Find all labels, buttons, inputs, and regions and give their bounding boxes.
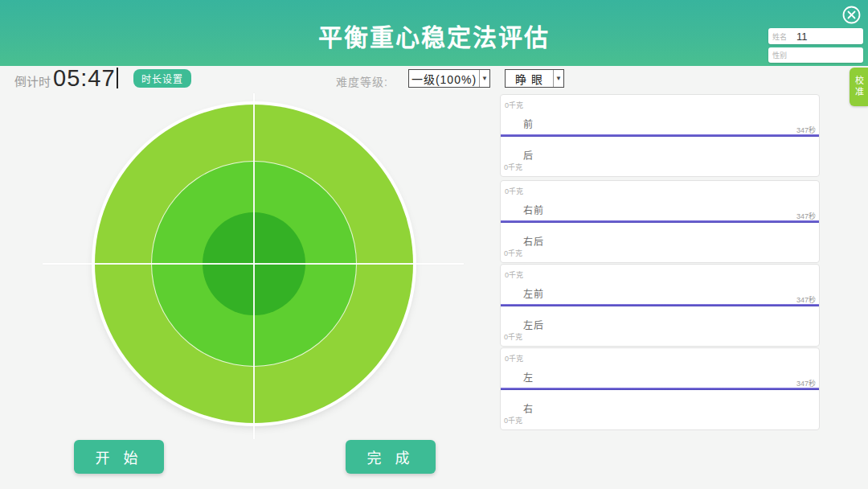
direction-label-bottom: 右后 xyxy=(523,234,544,248)
start-button[interactable]: 开 始 xyxy=(74,440,164,474)
app-window: 平衡重心稳定法评估 姓名 11 性别 倒计时 05:47 时长设置 难度等级: … xyxy=(0,0,868,489)
name-field[interactable]: 姓名 11 xyxy=(768,28,863,44)
eye-mode-selected-value: 睁 眼 xyxy=(506,71,553,87)
direction-label-bottom: 左后 xyxy=(523,318,544,331)
eye-mode-dropdown[interactable]: 睁 眼 ▼ xyxy=(505,69,564,88)
countdown-label: 倒计时 xyxy=(14,72,51,89)
weight-panel-rightfront-rightback: 0千克 右前 347秒 右后 0千克 xyxy=(500,180,820,263)
crosshair-vertical-line xyxy=(253,93,255,439)
weight-baseline xyxy=(501,220,819,223)
chevron-down-icon: ▼ xyxy=(553,70,563,87)
chevron-down-icon: ▼ xyxy=(479,70,489,87)
page-title: 平衡重心稳定法评估 xyxy=(0,18,868,53)
direction-label-top: 左 xyxy=(523,370,534,384)
difficulty-dropdown[interactable]: 一级(100%) ▼ xyxy=(408,69,490,88)
weight-value-bottom: 0千克 xyxy=(504,331,522,342)
direction-label-top: 左前 xyxy=(523,286,544,300)
weight-panel-leftfront-leftback: 0千克 左前 347秒 左后 0千克 xyxy=(500,264,820,347)
name-field-value: 11 xyxy=(796,31,808,43)
close-icon[interactable] xyxy=(841,5,862,25)
weight-value-bottom: 0千克 xyxy=(504,162,522,172)
direction-label-top: 前 xyxy=(523,117,534,130)
direction-label-top: 右前 xyxy=(523,203,544,216)
countdown-time-text: 05:47 xyxy=(53,65,116,91)
weight-panel-front-back: 0千克 前 347秒 后 0千克 xyxy=(500,94,820,177)
weight-value-top: 0千克 xyxy=(505,269,523,280)
name-field-label: 姓名 xyxy=(772,31,787,42)
weight-value-top: 0千克 xyxy=(505,353,523,364)
weight-value-bottom: 0千克 xyxy=(504,415,522,425)
weight-value-bottom: 0千克 xyxy=(504,248,522,258)
finish-button[interactable]: 完 成 xyxy=(346,440,436,474)
calibrate-button[interactable]: 校准 xyxy=(850,68,868,106)
weight-value-top: 0千克 xyxy=(505,100,523,110)
header-bar: 平衡重心稳定法评估 姓名 11 性别 xyxy=(0,0,868,66)
weight-panel-left-right: 0千克 左 347秒 右 0千克 xyxy=(500,347,820,430)
gender-field-label: 性别 xyxy=(772,50,787,60)
duration-setting-button[interactable]: 时长设置 xyxy=(133,69,191,88)
text-caret xyxy=(117,68,118,88)
direction-label-bottom: 后 xyxy=(523,148,534,162)
weight-baseline xyxy=(501,388,819,390)
countdown-time-input[interactable]: 05:47 xyxy=(53,64,118,92)
difficulty-label: 难度等级: xyxy=(336,73,388,89)
weight-baseline xyxy=(501,304,819,306)
difficulty-selected-value: 一级(100%) xyxy=(409,71,479,87)
weight-value-top: 0千克 xyxy=(505,186,523,196)
weight-baseline xyxy=(501,134,819,137)
gender-field[interactable]: 性别 xyxy=(768,47,863,63)
direction-label-bottom: 右 xyxy=(523,401,534,415)
